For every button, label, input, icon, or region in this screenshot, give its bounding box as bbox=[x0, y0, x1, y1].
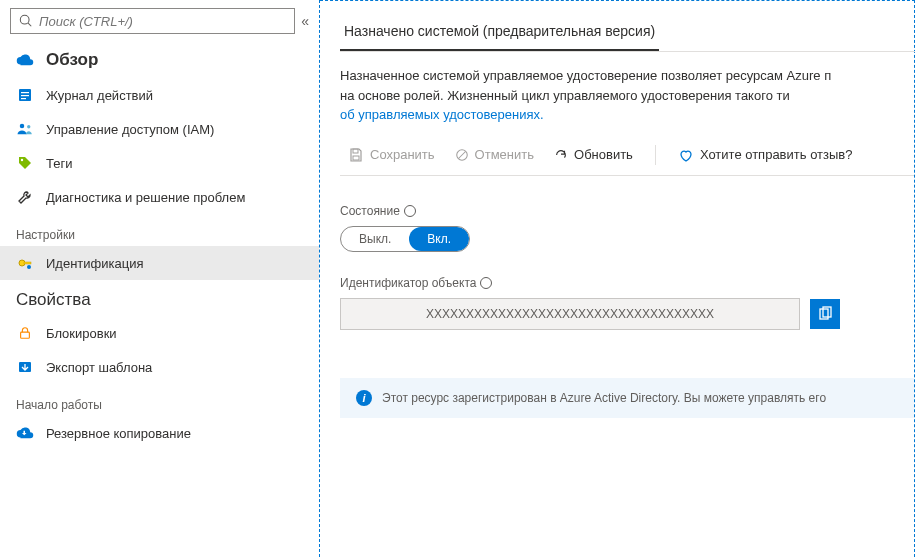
search-input-wrapper[interactable] bbox=[10, 8, 295, 34]
learn-more-link[interactable]: об управляемых удостоверениях. bbox=[340, 107, 544, 122]
svg-point-0 bbox=[20, 15, 29, 24]
description: Назначенное системой управляемое удостов… bbox=[340, 66, 914, 125]
tag-icon bbox=[16, 154, 34, 172]
nav-label: Управление доступом (IAM) bbox=[46, 122, 214, 137]
svg-rect-14 bbox=[353, 149, 358, 153]
desc-line1: Назначенное системой управляемое удостов… bbox=[340, 68, 831, 83]
svg-point-8 bbox=[21, 159, 23, 161]
properties-heading: Свойства bbox=[0, 280, 319, 316]
log-icon bbox=[16, 86, 34, 104]
nav-label: Журнал действий bbox=[46, 88, 153, 103]
save-icon bbox=[348, 147, 364, 163]
nav-label: Резервное копирование bbox=[46, 426, 191, 441]
key-icon bbox=[16, 254, 34, 272]
info-banner: i Этот ресурс зарегистрирован в Azure Ac… bbox=[340, 378, 914, 418]
nav-identity[interactable]: Идентификация bbox=[0, 246, 319, 280]
nav-locks[interactable]: Блокировки bbox=[0, 316, 319, 350]
tab-system-assigned[interactable]: Назначено системой (предварительная верс… bbox=[340, 15, 659, 51]
wrench-icon bbox=[16, 188, 34, 206]
toggle-on[interactable]: Вкл. bbox=[409, 227, 469, 251]
refresh-button[interactable]: Обновить bbox=[546, 143, 641, 166]
people-icon bbox=[16, 120, 34, 138]
nav-diagnose[interactable]: Диагностика и решение проблем bbox=[0, 180, 319, 214]
svg-point-7 bbox=[27, 125, 30, 128]
heart-icon bbox=[678, 147, 694, 163]
status-label: Состояние bbox=[340, 204, 400, 218]
toolbar: Сохранить Отменить Обновить Хотите отпра… bbox=[340, 143, 914, 176]
status-toggle[interactable]: Выкл. Вкл. bbox=[340, 226, 470, 252]
cancel-label: Отменить bbox=[475, 147, 534, 162]
toggle-off[interactable]: Выкл. bbox=[341, 227, 409, 251]
cancel-button[interactable]: Отменить bbox=[447, 143, 542, 166]
nav-export-template[interactable]: Экспорт шаблона bbox=[0, 350, 319, 384]
svg-point-11 bbox=[27, 265, 31, 269]
copy-icon bbox=[817, 306, 833, 322]
save-button[interactable]: Сохранить bbox=[340, 143, 443, 167]
svg-rect-4 bbox=[21, 95, 29, 96]
svg-rect-3 bbox=[21, 92, 29, 93]
export-icon bbox=[16, 358, 34, 376]
nav-activity-log[interactable]: Журнал действий bbox=[0, 78, 319, 112]
svg-line-17 bbox=[458, 151, 465, 158]
svg-rect-15 bbox=[353, 156, 359, 160]
lock-icon bbox=[16, 324, 34, 342]
info-icon[interactable] bbox=[480, 277, 492, 289]
cancel-icon bbox=[455, 148, 469, 162]
nav-label: Экспорт шаблона bbox=[46, 360, 152, 375]
section-getting-started: Начало работы bbox=[0, 384, 319, 416]
desc-line2: на основе ролей. Жизненный цикл управляе… bbox=[340, 88, 790, 103]
nav-backup[interactable]: Резервное копирование bbox=[0, 416, 319, 450]
svg-rect-5 bbox=[21, 98, 26, 99]
feedback-label: Хотите отправить отзыв? bbox=[700, 147, 853, 162]
nav-list: Обзор Журнал действий Управление доступо… bbox=[0, 42, 319, 557]
nav-label: Теги bbox=[46, 156, 72, 171]
svg-line-1 bbox=[28, 23, 31, 26]
tab-row: Назначено системой (предварительная верс… bbox=[340, 15, 915, 52]
collapse-icon[interactable]: « bbox=[301, 13, 309, 29]
copy-button[interactable] bbox=[810, 299, 840, 329]
section-settings: Настройки bbox=[0, 214, 319, 246]
nav-label: Диагностика и решение проблем bbox=[46, 190, 245, 205]
status-label-row: Состояние bbox=[340, 204, 914, 218]
nav-label: Идентификация bbox=[46, 256, 143, 271]
objectid-value: XXXXXXXXXXXXXXXXXXXXXXXXXXXXXXXXXXXX bbox=[340, 298, 800, 330]
objectid-row: XXXXXXXXXXXXXXXXXXXXXXXXXXXXXXXXXXXX bbox=[340, 298, 914, 330]
objectid-label: Идентификатор объекта bbox=[340, 276, 476, 290]
search-icon bbox=[19, 14, 33, 28]
refresh-label: Обновить bbox=[574, 147, 633, 162]
info-banner-text: Этот ресурс зарегистрирован в Azure Acti… bbox=[382, 391, 826, 405]
info-icon[interactable] bbox=[404, 205, 416, 217]
main-panel: Назначено системой (предварительная верс… bbox=[320, 0, 915, 557]
refresh-icon bbox=[554, 148, 568, 162]
svg-rect-10 bbox=[24, 262, 31, 264]
nav-label: Обзор bbox=[46, 50, 98, 70]
toolbar-separator bbox=[655, 145, 656, 165]
nav-overview[interactable]: Обзор bbox=[0, 42, 319, 78]
svg-rect-12 bbox=[21, 332, 30, 338]
svg-point-6 bbox=[20, 124, 25, 129]
objectid-label-row: Идентификатор объекта bbox=[340, 276, 914, 290]
nav-iam[interactable]: Управление доступом (IAM) bbox=[0, 112, 319, 146]
nav-tags[interactable]: Теги bbox=[0, 146, 319, 180]
nav-label: Блокировки bbox=[46, 326, 117, 341]
cloud-icon bbox=[16, 51, 34, 69]
feedback-button[interactable]: Хотите отправить отзыв? bbox=[670, 143, 861, 167]
save-label: Сохранить bbox=[370, 147, 435, 162]
info-banner-icon: i bbox=[356, 390, 372, 406]
search-input[interactable] bbox=[39, 14, 286, 29]
sidebar: « Обзор Журнал действий Управление досту… bbox=[0, 0, 320, 557]
backup-icon bbox=[16, 424, 34, 442]
